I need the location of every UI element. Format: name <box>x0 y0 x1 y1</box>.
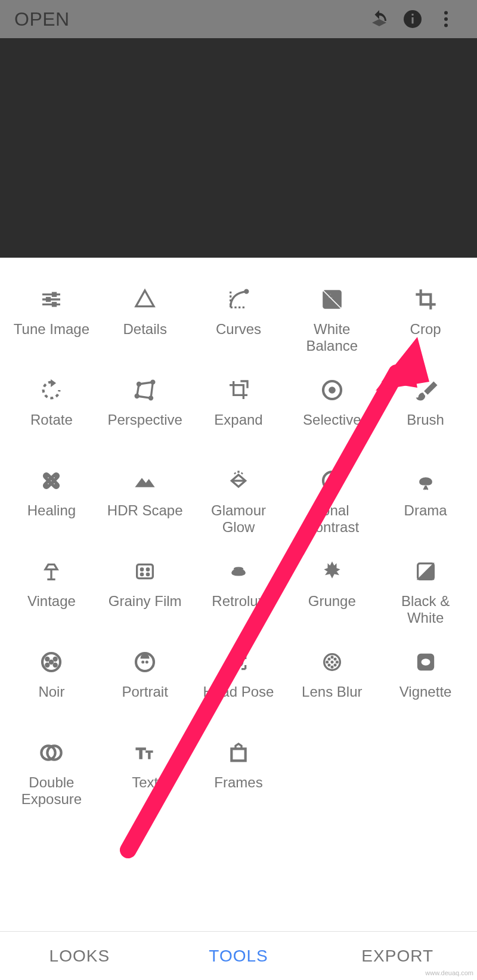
hdr-scape-icon <box>132 468 158 494</box>
svg-point-24 <box>54 477 55 478</box>
tool-label: Brush <box>407 412 444 428</box>
tool-grainy-film[interactable]: Grainy Film <box>98 558 192 649</box>
svg-point-46 <box>328 664 330 666</box>
svg-point-5 <box>444 24 448 27</box>
info-icon[interactable] <box>396 2 429 36</box>
open-button[interactable]: OPEN <box>14 8 70 30</box>
text-icon: TT <box>132 740 158 766</box>
watermark: www.deuaq.com <box>425 969 473 976</box>
tool-tune-image[interactable]: Tune Image <box>5 286 98 377</box>
tools-grid: Tune Image Details Curves WB White Balan… <box>0 258 477 931</box>
svg-rect-1 <box>412 17 414 24</box>
tool-label: Lens Blur <box>302 684 362 700</box>
tool-details[interactable]: Details <box>98 286 192 377</box>
svg-point-3 <box>444 11 448 15</box>
svg-rect-6 <box>52 292 57 296</box>
tool-label: Tune Image <box>14 321 89 338</box>
svg-point-37 <box>54 663 58 667</box>
details-icon <box>132 286 158 313</box>
svg-point-52 <box>336 661 337 663</box>
tool-black-white[interactable]: Black & White <box>379 558 472 649</box>
svg-point-48 <box>331 661 333 663</box>
tool-portrait[interactable]: Portrait <box>98 649 192 740</box>
head-pose-icon <box>225 649 252 675</box>
svg-rect-8 <box>52 302 57 307</box>
svg-point-15 <box>149 396 153 400</box>
grainy-film-icon <box>132 558 158 585</box>
tool-double-exposure[interactable]: Double Exposure <box>5 740 98 830</box>
tool-label: Retrolux <box>212 593 265 610</box>
tool-selective[interactable]: Selective <box>285 377 379 468</box>
tool-label: Double Exposure <box>10 774 93 808</box>
white-balance-icon: WB <box>319 286 345 313</box>
tool-lens-blur[interactable]: Lens Blur <box>285 649 379 740</box>
tool-hdr-scape[interactable]: HDR Scape <box>98 468 192 558</box>
brush-icon <box>413 377 439 403</box>
crop-icon <box>413 286 439 313</box>
healing-icon <box>38 468 64 494</box>
svg-point-29 <box>147 568 150 571</box>
svg-rect-27 <box>137 564 153 578</box>
svg-rect-7 <box>47 298 51 302</box>
tool-retrolux[interactable]: Retrolux <box>192 558 286 649</box>
svg-point-9 <box>244 289 249 293</box>
svg-point-41 <box>146 661 148 663</box>
svg-point-42 <box>234 658 242 666</box>
retrolux-icon <box>225 558 252 585</box>
tool-crop[interactable]: Crop <box>379 286 472 377</box>
tool-expand[interactable]: Expand <box>192 377 286 468</box>
tonal-contrast-icon <box>319 468 345 494</box>
vintage-icon <box>38 558 64 585</box>
tool-rotate[interactable]: Rotate <box>5 377 98 468</box>
tool-label: Tonal Contrast <box>290 502 374 536</box>
curves-icon <box>225 286 252 313</box>
svg-point-47 <box>334 664 336 666</box>
tool-brush[interactable]: Brush <box>379 377 472 468</box>
svg-point-30 <box>141 573 144 576</box>
tool-noir[interactable]: Noir <box>5 649 98 740</box>
tune-icon <box>38 286 64 313</box>
tool-vintage[interactable]: Vintage <box>5 558 98 649</box>
tab-looks[interactable]: LOOKS <box>0 932 159 980</box>
tool-label: Vintage <box>27 593 76 610</box>
tool-drama[interactable]: Drama <box>379 468 472 558</box>
tool-label: Details <box>123 321 167 338</box>
tool-healing[interactable]: Healing <box>5 468 98 558</box>
overflow-menu-icon[interactable] <box>429 2 463 36</box>
tool-head-pose[interactable]: Head Pose <box>192 649 286 740</box>
tool-glamour-glow[interactable]: Glamour Glow <box>192 468 286 558</box>
svg-point-44 <box>328 658 330 660</box>
tool-tonal-contrast[interactable]: Tonal Contrast <box>285 468 379 558</box>
tool-frames[interactable]: Frames <box>192 740 286 830</box>
bottom-tabs: LOOKS TOOLS EXPORT <box>0 931 477 980</box>
tool-text[interactable]: TT Text <box>98 740 192 830</box>
svg-point-13 <box>137 382 141 387</box>
tab-tools[interactable]: TOOLS <box>159 932 318 980</box>
svg-point-51 <box>326 661 328 663</box>
svg-point-45 <box>334 658 336 660</box>
image-canvas[interactable] <box>0 38 477 258</box>
tool-grunge[interactable]: Grunge <box>285 558 379 649</box>
tool-label: Text <box>132 774 158 791</box>
tool-label: Expand <box>214 412 262 428</box>
tool-vignette[interactable]: Vignette <box>379 649 472 740</box>
svg-point-38 <box>49 660 54 664</box>
undo-stack-icon[interactable] <box>363 2 396 36</box>
svg-point-21 <box>51 480 52 481</box>
svg-point-18 <box>329 387 335 393</box>
portrait-icon <box>132 649 158 675</box>
tool-label: Glamour Glow <box>197 502 280 536</box>
tool-label: Crop <box>410 321 441 338</box>
drama-icon <box>413 468 439 494</box>
top-bar: OPEN <box>0 0 477 38</box>
tool-white-balance[interactable]: WB White Balance <box>285 286 379 377</box>
tools-panel: Tune Image Details Curves WB White Balan… <box>0 258 477 980</box>
tool-label: Noir <box>38 684 64 700</box>
svg-point-25 <box>48 483 49 484</box>
tool-perspective[interactable]: Perspective <box>98 377 192 468</box>
tool-label: Frames <box>214 774 262 791</box>
tool-label: Grunge <box>308 593 356 610</box>
svg-point-35 <box>54 657 58 661</box>
tool-label: Black & White <box>384 593 467 626</box>
tool-curves[interactable]: Curves <box>192 286 286 377</box>
